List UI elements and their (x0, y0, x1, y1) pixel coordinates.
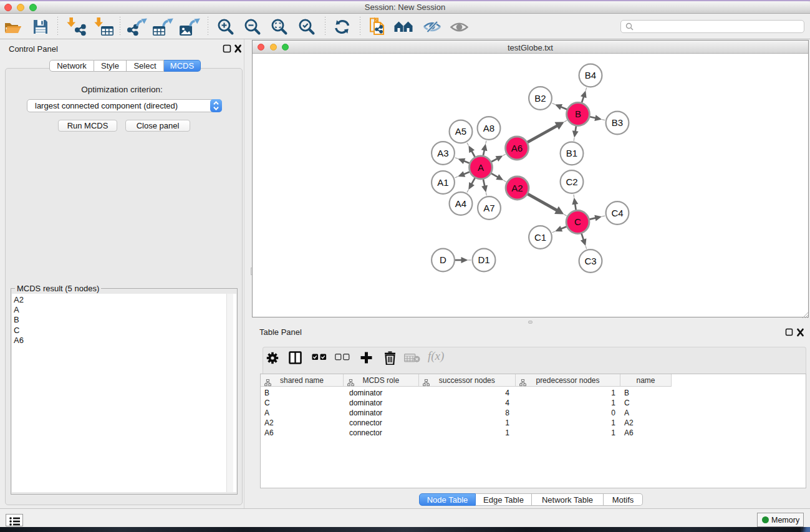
svg-text:D: D (440, 254, 446, 265)
svg-text:A4: A4 (455, 198, 466, 209)
svg-text:A3: A3 (437, 148, 448, 158)
svg-text:B4: B4 (585, 70, 596, 80)
svg-text:A8: A8 (483, 123, 494, 133)
svg-text:A2: A2 (511, 183, 523, 193)
svg-text:A6: A6 (511, 143, 523, 153)
svg-text:A1: A1 (437, 177, 448, 188)
svg-text:D1: D1 (478, 254, 489, 265)
svg-text:B: B (575, 109, 581, 119)
svg-text:A7: A7 (483, 203, 494, 213)
svg-text:C2: C2 (566, 177, 577, 187)
svg-text:C: C (574, 216, 581, 227)
svg-text:A: A (478, 162, 484, 173)
svg-text:C3: C3 (584, 256, 596, 266)
svg-text:B1: B1 (566, 148, 577, 158)
svg-text:B2: B2 (534, 93, 546, 104)
svg-text:A5: A5 (455, 126, 466, 137)
svg-text:B3: B3 (612, 117, 623, 128)
svg-text:C4: C4 (611, 208, 623, 218)
svg-text:C1: C1 (534, 232, 546, 243)
